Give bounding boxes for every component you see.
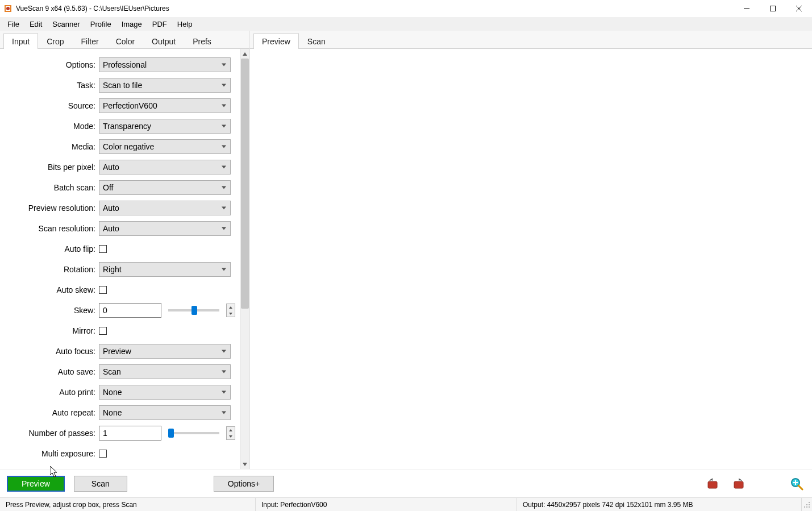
status-output: Output: 4450x2957 pixels 742 dpi 152x101… — [517, 498, 802, 511]
optionsplus-button[interactable]: Options+ — [214, 476, 274, 492]
passes-input[interactable] — [99, 426, 161, 441]
label-scanres: Scan resolution: — [2, 224, 99, 233]
autorepeat-select[interactable]: None — [99, 405, 231, 420]
app-icon — [3, 4, 13, 13]
label-autorepeat: Auto repeat: — [2, 408, 99, 417]
label-multiexp: Multi exposure: — [2, 449, 99, 458]
label-skew: Skew: — [2, 306, 99, 315]
status-input: Input: PerfectionV600 — [256, 498, 517, 511]
right-tabstrip: Preview Scan — [250, 31, 812, 49]
mirror-checkbox[interactable] — [99, 327, 107, 335]
svg-marker-6 — [229, 313, 232, 315]
label-bpp: Bits per pixel: — [2, 163, 99, 172]
menu-image[interactable]: Image — [116, 19, 147, 30]
svg-point-22 — [809, 506, 810, 508]
label-autoprint: Auto print: — [2, 388, 99, 397]
svg-marker-5 — [229, 306, 232, 309]
svg-rect-12 — [734, 481, 743, 488]
label-rotation: Rotation: — [2, 265, 99, 274]
menu-scanner[interactable]: Scanner — [47, 19, 85, 30]
bottombar: Preview Scan Options+ — [0, 469, 812, 497]
tab-crop[interactable]: Crop — [38, 33, 72, 49]
label-media: Media: — [2, 142, 99, 151]
autoprint-select[interactable]: None — [99, 385, 231, 400]
svg-point-18 — [806, 504, 807, 505]
skew-input[interactable] — [99, 303, 161, 318]
svg-point-21 — [806, 506, 807, 508]
label-options: Options: — [2, 60, 99, 69]
window-title: VueScan 9 x64 (9.5.63) - C:\Users\IEUser… — [16, 5, 734, 13]
svg-rect-2 — [771, 6, 776, 11]
svg-point-17 — [809, 502, 810, 503]
media-select[interactable]: Color negative — [99, 139, 231, 154]
rotate-right-icon[interactable] — [730, 475, 747, 492]
passes-spinner[interactable] — [226, 426, 235, 440]
close-button[interactable] — [786, 0, 812, 17]
statusbar: Press Preview, adjust crop box, press Sc… — [0, 497, 812, 511]
mode-select[interactable]: Transparency — [99, 119, 231, 134]
label-autofocus: Auto focus: — [2, 347, 99, 356]
tab-preview[interactable]: Preview — [253, 33, 299, 49]
preview-area — [250, 49, 812, 469]
zoom-in-icon[interactable] — [788, 475, 805, 492]
scroll-down-icon[interactable] — [240, 459, 249, 469]
passes-slider[interactable] — [168, 432, 219, 434]
svg-point-20 — [804, 506, 805, 508]
tab-prefs[interactable]: Prefs — [184, 33, 220, 49]
label-autosave: Auto save: — [2, 367, 99, 376]
rotate-left-icon[interactable] — [704, 475, 721, 492]
svg-marker-8 — [229, 435, 232, 438]
tab-scan[interactable]: Scan — [299, 33, 334, 49]
menu-profile[interactable]: Profile — [85, 19, 116, 30]
skew-spinner[interactable] — [226, 304, 235, 317]
label-passes: Number of passes: — [2, 429, 99, 438]
menu-help[interactable]: Help — [172, 19, 198, 30]
status-hint: Press Preview, adjust crop box, press Sc… — [0, 498, 256, 511]
resize-grip-icon[interactable] — [802, 501, 812, 508]
label-autoskew: Auto skew: — [2, 285, 99, 294]
menu-file[interactable]: File — [2, 19, 24, 30]
menu-edit[interactable]: Edit — [24, 19, 47, 30]
label-mirror: Mirror: — [2, 326, 99, 335]
batch-select[interactable]: Off — [99, 180, 231, 195]
svg-marker-7 — [229, 429, 232, 431]
scan-button[interactable]: Scan — [74, 476, 127, 492]
autosave-select[interactable]: Scan — [99, 364, 231, 379]
form-scrollbar[interactable] — [240, 49, 249, 469]
autoskew-checkbox[interactable] — [99, 286, 107, 294]
svg-marker-10 — [243, 463, 247, 466]
menubar: File Edit Scanner Profile Image PDF Help — [0, 17, 812, 31]
tab-output[interactable]: Output — [143, 33, 184, 49]
tab-color[interactable]: Color — [107, 33, 143, 49]
rotation-select[interactable]: Right — [99, 262, 231, 277]
autofocus-select[interactable]: Preview — [99, 344, 231, 359]
skew-slider[interactable] — [168, 309, 219, 311]
svg-marker-9 — [243, 52, 247, 56]
preview-button[interactable]: Preview — [7, 476, 65, 492]
left-tabstrip: Input Crop Filter Color Output Prefs — [0, 31, 249, 49]
tab-input[interactable]: Input — [3, 33, 38, 49]
scroll-up-icon[interactable] — [240, 49, 249, 59]
label-mode: Mode: — [2, 122, 99, 131]
autoflip-checkbox[interactable] — [99, 245, 107, 253]
input-form: Options: Professional Task: Scan to file… — [0, 49, 240, 469]
maximize-button[interactable] — [760, 0, 786, 17]
svg-rect-11 — [708, 481, 717, 488]
menu-pdf[interactable]: PDF — [147, 19, 172, 30]
label-task: Task: — [2, 81, 99, 90]
prevres-select[interactable]: Auto — [99, 201, 231, 215]
svg-point-19 — [809, 504, 810, 505]
minimize-button[interactable] — [734, 0, 760, 17]
task-select[interactable]: Scan to file — [99, 78, 231, 93]
options-select[interactable]: Professional — [99, 57, 231, 72]
bpp-select[interactable]: Auto — [99, 160, 231, 175]
label-batch: Batch scan: — [2, 183, 99, 192]
multiexp-checkbox[interactable] — [99, 450, 107, 458]
svg-line-16 — [798, 485, 802, 489]
scroll-thumb[interactable] — [241, 59, 249, 309]
svg-point-0 — [6, 7, 10, 10]
scanres-select[interactable]: Auto — [99, 221, 231, 236]
source-select[interactable]: PerfectionV600 — [99, 98, 231, 113]
tab-filter[interactable]: Filter — [73, 33, 107, 49]
label-prevres: Preview resolution: — [2, 203, 99, 213]
